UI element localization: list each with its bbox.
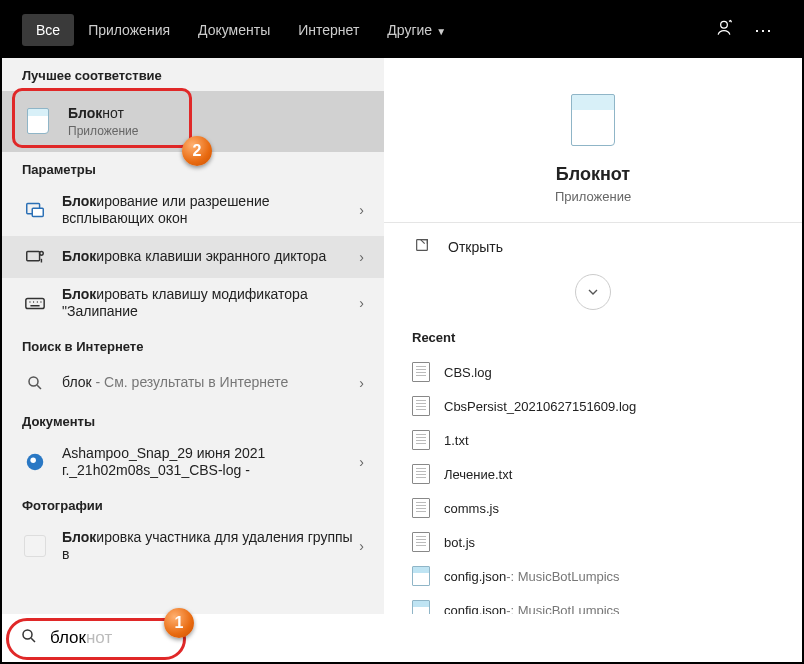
recent-file-name: config.json <box>444 569 506 584</box>
search-ghost-suggestion: нот <box>86 628 112 647</box>
settings-keyboard-icon <box>22 290 48 316</box>
document-result[interactable]: Ashampoo_Snap_29 июня 2021 г._21h02m08s_… <box>2 437 384 488</box>
recent-file-suffix: -: MusicBotLumpics <box>506 569 619 584</box>
settings-popup-icon <box>22 197 48 223</box>
more-options-icon[interactable]: ⋯ <box>744 11 782 49</box>
recent-file[interactable]: CBS.log <box>404 355 782 389</box>
recent-file-name: CbsPersist_20210627151609.log <box>444 399 636 414</box>
chevron-right-icon[interactable]: › <box>353 454 370 470</box>
tab-more[interactable]: Другие▼ <box>373 14 460 46</box>
recent-file-name: Лечение.txt <box>444 467 512 482</box>
open-icon <box>412 237 432 256</box>
recent-file[interactable]: Лечение.txt <box>404 457 782 491</box>
web-search-result[interactable]: блок - См. результаты в Интернете › <box>2 362 384 404</box>
notepad-file-icon <box>412 600 430 614</box>
feedback-icon[interactable] <box>704 10 744 51</box>
tab-all[interactable]: Все <box>22 14 74 46</box>
recent-file[interactable]: CbsPersist_20210627151609.log <box>404 389 782 423</box>
callout-badge-1: 1 <box>164 608 194 638</box>
text-file-icon <box>412 498 430 518</box>
chevron-right-icon[interactable]: › <box>353 375 370 391</box>
tab-documents[interactable]: Документы <box>184 14 284 46</box>
open-label: Открыть <box>448 239 503 255</box>
tab-apps[interactable]: Приложения <box>74 14 184 46</box>
text-file-icon <box>412 430 430 450</box>
svg-rect-5 <box>26 298 44 308</box>
image-file-icon <box>22 449 48 475</box>
open-action[interactable]: Открыть <box>404 223 782 270</box>
svg-rect-3 <box>27 251 40 260</box>
photo-result[interactable]: Блокировка участника для удаления группы… <box>2 521 384 572</box>
recent-file-name: CBS.log <box>444 365 492 380</box>
recent-file[interactable]: config.json -: MusicBotLumpics <box>404 559 782 593</box>
recent-file-name: comms.js <box>444 501 499 516</box>
search-icon <box>20 627 38 649</box>
notepad-icon <box>22 105 54 137</box>
svg-rect-2 <box>32 208 43 216</box>
recent-file-name: 1.txt <box>444 433 469 448</box>
tab-web[interactable]: Интернет <box>284 14 373 46</box>
text-file-icon <box>412 396 430 416</box>
best-match-header: Лучшее соответствие <box>2 58 384 91</box>
chevron-right-icon[interactable]: › <box>353 538 370 554</box>
recent-header: Recent <box>404 324 782 355</box>
recent-file[interactable]: bot.js <box>404 525 782 559</box>
recent-file[interactable]: 1.txt <box>404 423 782 457</box>
recent-file-name: bot.js <box>444 535 475 550</box>
recent-file[interactable]: comms.js <box>404 491 782 525</box>
notepad-file-icon <box>412 566 430 586</box>
callout-badge-2: 2 <box>182 136 212 166</box>
preview-subtitle: Приложение <box>555 189 631 204</box>
documents-header: Документы <box>2 404 384 437</box>
best-match-subtitle: Приложение <box>68 124 370 138</box>
recent-file-name: config.json <box>444 603 506 615</box>
settings-result[interactable]: Блокировать клавишу модификатора "Залипа… <box>2 278 384 329</box>
preview-panel: Блокнот Приложение Открыть Recent CBS.lo… <box>384 58 802 614</box>
settings-narrator-icon <box>22 244 48 270</box>
svg-point-0 <box>721 21 728 28</box>
svg-point-8 <box>30 457 36 463</box>
recent-file-suffix: -: MusicBotLumpics <box>506 603 619 615</box>
recent-file[interactable]: config.json -: MusicBotLumpics <box>404 593 782 614</box>
settings-result[interactable]: Блокировка клавиши экранного диктора › <box>2 236 384 278</box>
text-file-icon <box>412 362 430 382</box>
chevron-right-icon[interactable]: › <box>353 202 370 218</box>
photo-thumb-icon <box>22 533 48 559</box>
app-icon-large <box>561 88 625 152</box>
web-search-header: Поиск в Интернете <box>2 329 384 362</box>
chevron-right-icon[interactable]: › <box>353 249 370 265</box>
preview-title: Блокнот <box>556 164 630 185</box>
text-file-icon <box>412 532 430 552</box>
settings-result[interactable]: Блокирование или разрешение всплывающих … <box>2 185 384 236</box>
search-bar[interactable]: блокнот <box>2 614 802 662</box>
svg-point-6 <box>29 377 38 386</box>
svg-point-10 <box>23 630 32 639</box>
photos-header: Фотографии <box>2 488 384 521</box>
search-icon <box>22 370 48 396</box>
svg-point-4 <box>40 251 44 255</box>
search-filter-bar: Все Приложения Документы Интернет Другие… <box>2 2 802 58</box>
expand-button[interactable] <box>575 274 611 310</box>
search-typed: блок <box>50 628 86 647</box>
chevron-right-icon[interactable]: › <box>353 295 370 311</box>
text-file-icon <box>412 464 430 484</box>
